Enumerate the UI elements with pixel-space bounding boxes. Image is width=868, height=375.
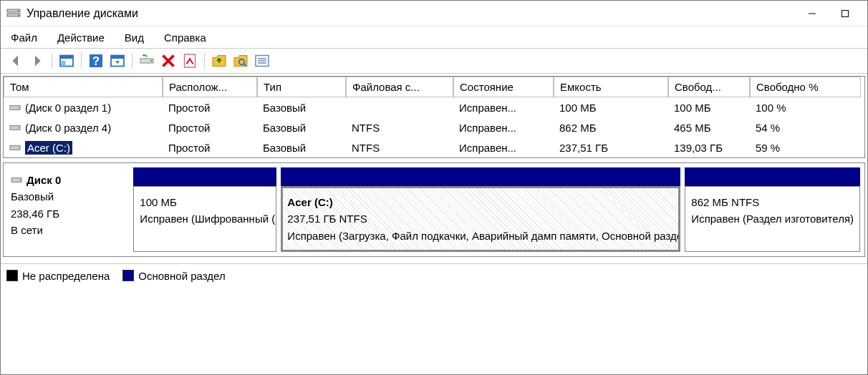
column-type[interactable]: Тип xyxy=(257,77,346,97)
menu-action[interactable]: Действие xyxy=(54,29,107,46)
column-capacity[interactable]: Емкость xyxy=(554,77,668,97)
table-row[interactable]: (Диск 0 раздел 4)ПростойБазовыйNTFSИспра… xyxy=(4,117,864,137)
disk-type: Базовый xyxy=(11,188,126,205)
column-status[interactable]: Состояние xyxy=(453,77,554,97)
list-view-button[interactable] xyxy=(253,52,271,70)
show-hide-tree-button[interactable] xyxy=(57,52,76,70)
svg-rect-5 xyxy=(842,10,849,16)
menu-help[interactable]: Справка xyxy=(161,29,209,46)
minimize-button[interactable] xyxy=(796,2,829,25)
forward-button[interactable] xyxy=(28,52,47,70)
svg-point-30 xyxy=(19,180,21,181)
svg-rect-13 xyxy=(111,56,124,59)
back-button[interactable] xyxy=(6,52,25,70)
svg-rect-7 xyxy=(60,56,73,59)
column-layout[interactable]: Располож... xyxy=(163,77,257,97)
menu-view[interactable]: Вид xyxy=(122,29,147,46)
properties-button[interactable] xyxy=(180,52,199,70)
column-free[interactable]: Свобод... xyxy=(668,77,750,97)
toolbar: ? xyxy=(1,48,867,74)
svg-point-24 xyxy=(18,107,19,108)
menu-file[interactable]: Файл xyxy=(8,29,40,46)
column-freepct[interactable]: Свободно % xyxy=(750,77,861,97)
disk-status: В сети xyxy=(11,222,126,238)
maximize-button[interactable] xyxy=(829,2,862,25)
svg-point-28 xyxy=(18,147,19,148)
svg-text:?: ? xyxy=(92,54,100,67)
svg-rect-16 xyxy=(185,54,196,67)
disk-map: Диск 0 Базовый 238,46 ГБ В сети 100 МБИс… xyxy=(3,162,865,257)
legend: Не распределена Основной раздел xyxy=(1,263,867,288)
folder-search-button[interactable] xyxy=(231,52,250,70)
menu-bar: Файл Действие Вид Справка xyxy=(1,26,867,48)
volume-table: Том Располож... Тип Файловая с... Состоя… xyxy=(3,76,865,158)
view-detail-button[interactable] xyxy=(108,52,127,70)
column-volume[interactable]: Том xyxy=(4,77,163,97)
folder-up-button[interactable] xyxy=(210,52,228,70)
app-icon xyxy=(6,8,21,19)
svg-point-15 xyxy=(150,60,153,62)
legend-primary: Основной раздел xyxy=(122,270,225,282)
partition[interactable]: Acer (C:)237,51 ГБ NTFSИсправен (Загрузк… xyxy=(281,167,680,252)
table-row[interactable]: (Диск 0 раздел 1)ПростойБазовыйИсправен.… xyxy=(4,97,864,117)
table-header-row: Том Располож... Тип Файловая с... Состоя… xyxy=(4,77,864,97)
svg-point-3 xyxy=(18,14,19,16)
table-row[interactable]: Acer (C:)ПростойБазовыйNTFSИсправен...23… xyxy=(4,137,864,157)
swatch-primary xyxy=(122,270,134,281)
help-button[interactable]: ? xyxy=(87,52,105,70)
svg-point-26 xyxy=(18,127,19,128)
disk-size: 238,46 ГБ xyxy=(11,205,126,222)
delete-button[interactable] xyxy=(159,52,178,70)
swatch-unallocated xyxy=(6,270,18,281)
partition[interactable]: 100 МБИсправен (Шифрованный (EFI) систем… xyxy=(133,167,276,252)
refresh-button[interactable] xyxy=(138,52,156,70)
window-title: Управление дисками xyxy=(26,7,796,20)
legend-unallocated: Не распределена xyxy=(6,270,110,282)
svg-point-2 xyxy=(18,10,19,11)
column-fs[interactable]: Файловая с... xyxy=(346,77,453,97)
title-bar: Управление дисками xyxy=(1,1,867,26)
disk-name: Диск 0 xyxy=(26,172,61,188)
disk-info[interactable]: Диск 0 Базовый 238,46 ГБ В сети xyxy=(8,167,129,252)
disk-icon xyxy=(11,176,22,184)
partition[interactable]: 862 МБ NTFSИсправен (Раздел изготовителя… xyxy=(685,167,860,252)
